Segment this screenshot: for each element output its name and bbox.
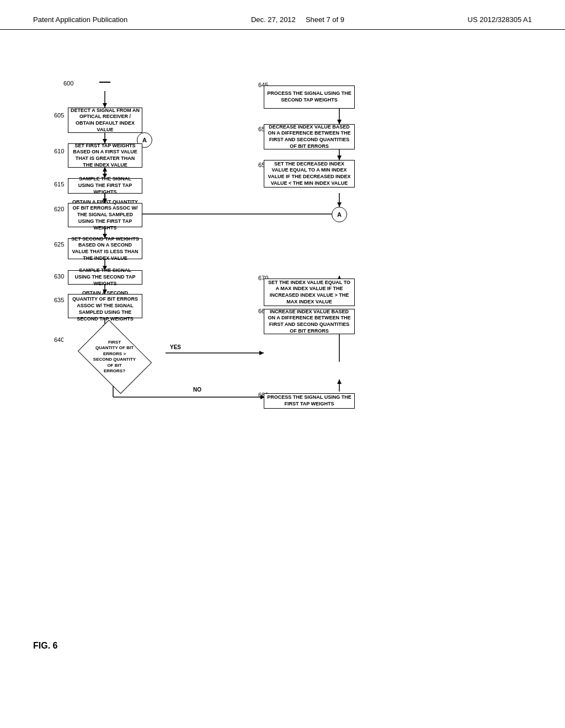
box-665: INCREASE INDEX VALUE BASED ON A DIFFEREN… [264,309,355,334]
connector-A2: A [332,207,347,222]
box-630: SAMPLE THE SIGNAL USING THE SECOND TAP W… [68,270,142,285]
ref-610: 610 [54,148,64,154]
ref-635: 635 [54,297,64,303]
box-655: SET THE DECREASED INDEX VALUE EQUAL TO A… [264,160,355,188]
box-625: SET SECOND TAP WEIGHTS BASED ON A SECOND… [68,238,142,259]
header-publication: Patent Application Publication [33,15,127,24]
box-645: PROCESS THE SIGNAL USING THE SECOND TAP … [264,85,355,109]
svg-marker-24 [337,156,342,160]
ref-625: 625 [54,241,64,248]
box-670: SET THE INDEX VALUE EQUAL TO A MAX INDEX… [264,279,355,306]
box-660: PROCESS THE SIGNAL USING THE FIRST TAP W… [264,393,355,409]
page-header: Patent Application Publication Dec. 27, … [0,0,565,30]
svg-text:NO: NO [193,387,201,393]
svg-marker-31 [337,379,342,384]
box-620: OBTAIN A FIRST QUANTITY OF BIT ERRORS AS… [68,203,142,227]
svg-marker-26 [337,202,342,207]
diamond-640: FIRSTQUANTITY OF BIT ERRORS >SECOND QUAN… [63,329,166,384]
box-635: OBTAIN A SECOND QUANTITY OF BIT ERRORS A… [68,294,142,318]
ref-620: 620 [54,206,64,212]
box-610: SET FIRST TAP WEIGHTS BASED ON A FIRST V… [68,143,142,168]
header-patent-number: US 2012/328305 A1 [468,15,532,24]
svg-marker-17 [259,351,264,355]
ref-600: 600 [63,80,73,87]
ref-640: 640 [54,336,64,343]
ref-605: 605 [54,112,64,119]
box-605: DETECT A SIGNAL FROM AN OPTICAL RECEIVER… [68,108,142,133]
figure-label: FIG. 6 [33,641,57,651]
svg-text:YES: YES [170,344,181,350]
box-650: DECREASE INDEX VALUE BASED ON A DIFFEREN… [264,124,355,149]
diagram-area: NO YES 600 605 DETECT A SIGNAL FROM AN O… [33,77,532,618]
ref-630: 630 [54,273,64,280]
box-615: SAMPLE THE SIGNAL USING THE FIRST TAP WE… [68,178,142,194]
ref-615: 615 [54,181,64,188]
header-date-sheet: Dec. 27, 2012 Sheet 7 of 9 [251,15,344,24]
